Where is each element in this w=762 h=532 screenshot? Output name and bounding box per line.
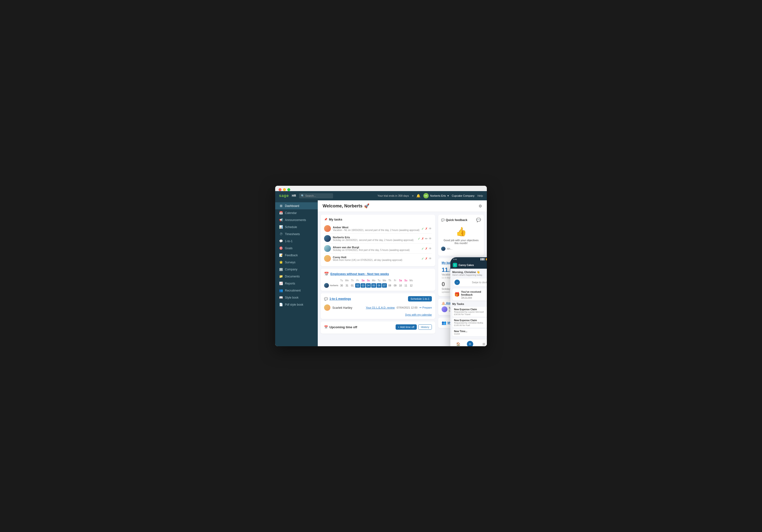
task-actions-4: ✓ ✗ 👁 [421,257,432,260]
help-link[interactable]: Help [477,194,483,197]
approve-button-4[interactable]: ✓ [421,257,424,260]
cal-header: We [382,278,387,283]
mt-task-desc-3: Guest [454,333,467,335]
sync-calendar-link[interactable]: Sync with my calendar [324,313,432,316]
company-name[interactable]: Cupcake Company [452,194,475,197]
sidebar-item-pdfstyle[interactable]: 📄 Pdf style book [275,301,318,308]
sidebar-item-goals[interactable]: 🎯 Goals [275,244,318,252]
feedback-notification[interactable]: 🎁 You've received feedback Tap to view [452,288,487,300]
sidebar-item-feedback[interactable]: 📝 Feedback [275,252,318,259]
view-button-2[interactable]: 👁 [429,237,432,240]
mt-task-info-3: New Time... Guest [454,330,467,335]
schedule-1to1-button[interactable]: Schedule 1-to-1 [408,296,432,301]
sidebar-label-company: Company [285,268,297,271]
bell-icon[interactable]: 🔔 [416,194,420,198]
sidebar-item-announcements[interactable]: 📢 Announcements [275,216,318,224]
mobile-fab-button[interactable]: + [467,341,473,346]
feedback-sender-name: Ah... [447,247,453,250]
settings-icon[interactable]: ⚙ [479,204,482,208]
home-icon: 🏠 [456,342,460,346]
task-info-2: Norberts Erts Sickday on 26/03/2021, sec… [333,236,416,241]
sidebar-item-documents[interactable]: 📁 Documents [275,273,318,280]
view-button-4[interactable]: 👁 [429,257,432,260]
feedback-notif-title: You've received feedback [461,290,487,296]
sidebar-item-timesheets[interactable]: ⏱ Timesheets [275,231,318,237]
minimize-button[interactable] [283,188,286,191]
top-nav: sage HR 🔍 Search... Your trial ends in 3… [275,191,487,200]
cal-date: 01 [350,283,355,288]
cal-date-highlighted: 07 [382,283,387,288]
task-name-1: Amber West [333,226,419,229]
cal-date: 31 [344,283,349,288]
approve-button-3[interactable]: ✓ [421,247,424,250]
reject-button-4[interactable]: ✗ [425,257,428,260]
sidebar-label-schedule: Schedule [285,226,297,229]
approve-button-1[interactable]: ✓ [421,227,424,231]
prepare-button[interactable]: ✏ Prepare [419,306,432,309]
clock-in-button[interactable]: → Swipe to clock in [452,278,487,287]
quick-feedback-card: 💬 Quick feedback 💬 👍 Good job with your … [438,215,484,256]
timeoff-icon: 📅 [324,325,328,329]
feedback-notif-sub[interactable]: Tap to view [461,296,487,299]
meeting-link[interactable]: Your O1 L.E.A.D. review [366,306,395,309]
mobile-task-row[interactable]: New Time... Guest [452,329,487,336]
add-timeoff-button[interactable]: + Add time off [396,324,417,330]
mobile-task-row[interactable]: New Expense Claim Requested by Christine… [452,318,487,328]
task-actions-1: ✓ ✗ 👁 [421,227,432,231]
task-name-4: Corey Holt [333,256,419,259]
clock-in-text: Swipe to clock in [472,281,487,284]
documents-icon: 📁 [279,275,283,278]
sidebar-label-timesheets: Timesheets [285,233,300,236]
sidebar-item-stylebook[interactable]: 📖 Style book [275,294,318,301]
meeting-person-avatar [324,304,331,311]
page-title: Welcome, Norberts 🚀 [323,203,369,209]
task-row: Ahsen van der Burgt Sickday on 07/04/202… [324,244,432,254]
search-box[interactable]: 🔍 Search... [299,193,333,198]
sidebar-item-schedule[interactable]: 📊 Schedule [275,224,318,231]
reject-button-2[interactable]: ✗ [421,237,424,240]
close-button[interactable] [278,188,281,191]
meetings-title[interactable]: 1-to-1 meetings [330,297,351,300]
sidebar-item-1to1[interactable]: 💬 1-to-1 [275,237,318,244]
sidebar-item-recruitment[interactable]: 👥 Recruitment [275,287,318,294]
goals-icon: 🎯 [279,246,283,250]
employees-calendar-title[interactable]: Employees without team - Next two weeks [331,272,389,276]
cal-header: Tu [377,278,381,283]
topnav-icons: + 🔔 [412,194,420,198]
user-menu[interactable]: NE Norberts Erts ▾ [423,193,449,198]
cal-person-name: Norberts [330,284,339,287]
cal-header-su2: Su [403,278,408,283]
approve-button-2[interactable]: ✓ [418,237,420,240]
sidebar-label-reports: Reports [285,282,295,285]
task-row: Corey Holt Work from home (UK) on 07/05/… [324,254,432,263]
cal-date-highlighted: 06 [377,283,381,288]
sidebar-label-dashboard: Dashboard [285,204,299,208]
task-info-4: Corey Holt Work from home (UK) on 07/05/… [333,256,419,261]
fb-notif-row: 🎁 You've received feedback Tap to view [454,290,487,299]
task-desc-2: Sickday on 26/03/2021, second part of th… [333,239,416,241]
history-button[interactable]: History [418,324,432,330]
sidebar-item-calendar[interactable]: 📅 Calendar [275,209,318,216]
feedback-compose-icon[interactable]: 💬 [476,218,481,222]
view-button-3[interactable]: 👁 [429,247,432,250]
mobile-task-row[interactable]: New Expense Claim Requested by Lauren Mc… [452,307,487,317]
mobile-nav-workspace[interactable]: ⊞ Workspace [479,342,487,347]
mobile-nav-home[interactable]: 🏠 Home [456,342,461,347]
sidebar-item-reports[interactable]: 📈 Reports [275,280,318,287]
cal-header-su: Su [366,278,371,283]
edit-button-2[interactable]: ✏ [425,237,428,240]
maximize-button[interactable] [287,188,290,191]
reject-button-3[interactable]: ✗ [425,247,428,250]
clock-arrow-icon: → [454,280,460,285]
cal-date-highlighted: 04 [366,283,371,288]
reject-button-1[interactable]: ✗ [425,227,428,231]
people-icon: 👥 [442,320,446,325]
view-button-1[interactable]: 👁 [429,227,432,231]
sidebar-label-feedback: Feedback [285,254,298,257]
meetings-card: 💬 1-to-1 meetings Schedule 1-to-1 Scarle… [321,293,435,319]
add-icon[interactable]: + [412,194,414,198]
timeoff-header: 📅 Upcoming time off + Add time off Histo… [324,324,432,330]
sidebar-item-company[interactable]: 🏢 Company [275,266,318,273]
sidebar-item-dashboard[interactable]: ⊞ Dashboard [275,202,318,209]
sidebar-item-surveys[interactable]: ⭐ Surveys [275,259,318,266]
